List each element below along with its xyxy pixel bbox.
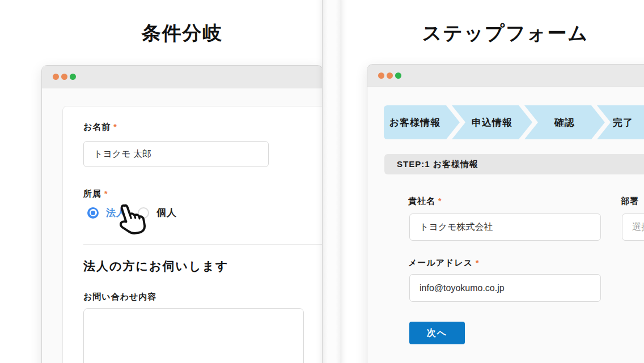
panel-divider-strip (322, 0, 341, 363)
window-dot-icon (61, 74, 67, 80)
window-dot-icon (70, 74, 76, 80)
browser-window-right: お客様情報 申込情報 確認 完了 STEP:1 お客様情報 貴社名* 部署 選択… (367, 64, 644, 363)
section-divider (83, 244, 323, 245)
department-field-label: 部署 (621, 196, 639, 207)
name-label-text: お名前 (83, 122, 111, 131)
email-field-label: メールアドレス* (408, 258, 480, 268)
pointer-hand-cursor-icon (111, 199, 152, 240)
inquiry-field-label: お問い合わせ内容 (83, 292, 156, 302)
left-panel-heading: 条件分岐 (41, 20, 323, 46)
required-mark: * (476, 258, 479, 267)
radio-individual-label[interactable]: 個人 (156, 206, 177, 219)
page: 条件分岐 ステップフォーム お名前* 所属* 法人 (0, 0, 644, 363)
name-field-label: お名前* (83, 122, 117, 133)
affiliation-field-label: 所属* (83, 189, 108, 199)
inquiry-textarea[interactable] (83, 308, 304, 363)
affiliation-label-text: 所属 (83, 189, 101, 198)
step-indicator-application-info: 申込情報 (452, 105, 532, 139)
radio-corporate-selected[interactable] (87, 207, 99, 219)
window-dot-icon (387, 72, 393, 79)
email-label-text: メールアドレス (408, 258, 473, 267)
window-dot-icon (395, 72, 401, 79)
radio-ring (90, 209, 97, 216)
company-input[interactable] (409, 213, 601, 241)
next-button[interactable]: 次へ (409, 322, 465, 344)
radio-dot (91, 211, 95, 215)
right-panel-heading: ステップフォーム (367, 20, 644, 46)
required-mark: * (438, 197, 442, 206)
step-indicator-customer-info: お客様情報 (384, 105, 446, 139)
window-titlebar (42, 66, 323, 88)
company-label-text: 貴社名 (408, 196, 435, 206)
email-input[interactable] (409, 274, 601, 302)
required-mark: * (113, 122, 117, 131)
required-mark: * (104, 189, 108, 198)
window-dot-icon (378, 72, 384, 79)
window-dot-icon (53, 74, 59, 80)
browser-window-left: お名前* 所属* 法人 個人 法人の方にお伺 (41, 65, 323, 363)
window-titlebar (367, 65, 644, 87)
name-input[interactable] (83, 141, 269, 167)
company-field-label: 貴社名* (408, 196, 442, 207)
branch-section-heading: 法人の方にお伺いします (83, 258, 228, 274)
step-indicator-confirm: 確認 (524, 105, 605, 139)
form-card: お名前* 所属* 法人 個人 法人の方にお伺 (62, 106, 323, 363)
step-section-header: STEP:1 お客様情報 (384, 154, 644, 174)
department-select[interactable]: 選択 (622, 213, 644, 241)
